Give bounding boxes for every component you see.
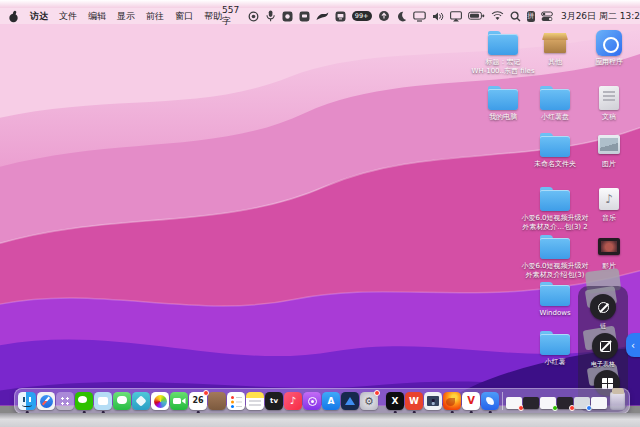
dock: 26tv♪A⚙XWV xyxy=(14,388,630,414)
desktop-icon-documents[interactable]: 文稿 xyxy=(581,85,637,122)
upload-circle-icon[interactable] xyxy=(378,10,390,22)
dock-app-messages[interactable] xyxy=(113,392,131,410)
app-glyph: ♪ xyxy=(290,396,296,406)
dock-app-calendar[interactable]: 26 xyxy=(189,392,207,410)
search-icon[interactable] xyxy=(510,11,521,22)
desktop-icon-folder-xiaohongshu-pan[interactable]: 小红薯盘 xyxy=(527,85,583,122)
status-area: 557字 99+ 拼 3月26日 周二 13:21 xyxy=(222,5,640,28)
desktop-icon-folder-untitled[interactable]: 未命名文件夹 xyxy=(524,132,586,169)
menu-6[interactable]: 帮助 xyxy=(204,8,222,24)
dock-minimized-window-3[interactable] xyxy=(540,397,556,409)
menu-2[interactable]: 编辑 xyxy=(88,8,106,24)
menu-bar-clock[interactable]: 3月26日 周二 13:21 xyxy=(561,10,640,23)
desktop-icon-box-other[interactable]: 其他 xyxy=(527,30,583,67)
desktop-icon-folder-xiaohongshu[interactable]: 小红薯 xyxy=(527,330,583,367)
dock-app-navy-app[interactable] xyxy=(341,392,359,410)
menu-1[interactable]: 文件 xyxy=(59,8,77,24)
docs-icon xyxy=(598,85,620,111)
dock-app-podcasts[interactable] xyxy=(303,392,321,410)
apple-logo[interactable] xyxy=(8,10,19,23)
dock-app-settings[interactable]: ⚙ xyxy=(360,392,378,410)
dock-app-blue-app[interactable] xyxy=(481,392,499,410)
wifi-icon[interactable] xyxy=(491,11,504,21)
display-icon[interactable] xyxy=(413,11,426,22)
desktop-icon-label: 标题：宏记 WH-100..东西 files xyxy=(471,58,534,76)
spreadsheet-disabled-button[interactable] xyxy=(592,333,618,359)
dock-minimized-window-5[interactable] xyxy=(574,397,590,409)
desktop-icon-music[interactable]: ♪音乐 xyxy=(581,186,637,223)
menu-0[interactable]: 访达 xyxy=(30,8,48,24)
desktop-icon-applications[interactable]: 应用程序 xyxy=(581,30,637,67)
dock-app-red-v[interactable]: V xyxy=(462,392,480,410)
control-center-icon[interactable] xyxy=(541,11,553,22)
app-glyph: X xyxy=(392,397,399,406)
desktop-icon-folder-my-computer[interactable]: 我的电脑 xyxy=(475,85,531,122)
dock-app-notes[interactable] xyxy=(246,392,264,410)
desktop-icon-label: 小红薯 xyxy=(545,358,566,367)
dock-app-meeting[interactable] xyxy=(424,392,442,410)
desktop-icon-label: 我的电脑 xyxy=(489,113,517,122)
dock-app-pale-card[interactable] xyxy=(94,392,112,410)
dock-app-brown-app[interactable] xyxy=(208,392,226,410)
folder-icon xyxy=(540,85,570,111)
bird-app-icon[interactable] xyxy=(316,11,329,21)
bottom-bezel xyxy=(0,413,640,427)
desktop-icon-label: 音乐 xyxy=(602,214,616,223)
tv-app-icon[interactable] xyxy=(335,11,346,22)
dock-app-capcut[interactable]: X xyxy=(386,392,404,410)
menu-3[interactable]: 显示 xyxy=(117,8,135,24)
menu-5[interactable]: 窗口 xyxy=(175,8,193,24)
chevron-left-icon: ‹ xyxy=(631,340,635,351)
dock-app-app-store[interactable]: A xyxy=(322,392,340,410)
dock-minimized-window-4[interactable] xyxy=(557,397,573,409)
folder-icon xyxy=(488,30,518,56)
volume-icon[interactable] xyxy=(432,11,444,22)
dock-app-photos[interactable] xyxy=(151,392,169,410)
folder-icon xyxy=(540,186,570,212)
dock-app-launchpad[interactable] xyxy=(56,392,74,410)
monitor-app-icon[interactable] xyxy=(299,11,310,22)
dock-minimized-window-6[interactable] xyxy=(591,397,607,409)
dock-app-music[interactable]: ♪ xyxy=(284,392,302,410)
music-icon: ♪ xyxy=(598,186,620,212)
dock-app-firefox[interactable] xyxy=(443,392,461,410)
dock-app-finder[interactable] xyxy=(18,392,36,410)
notification-count-badge[interactable]: 99+ xyxy=(352,11,372,21)
desktop-icon-pictures[interactable]: 图片 xyxy=(581,132,637,169)
box-icon xyxy=(542,30,568,56)
dock-app-safari[interactable] xyxy=(37,392,55,410)
desktop-icon-label: 小红薯盘 xyxy=(541,113,569,122)
desktop-icon-label: 其他 xyxy=(548,58,562,67)
app-glyph: ⚙ xyxy=(364,396,374,407)
menu-items: 访达文件编辑显示前往窗口帮助 xyxy=(30,8,222,24)
link-disabled-button[interactable] xyxy=(590,294,616,320)
desktop-icon-folder-windows[interactable]: Windows xyxy=(527,281,583,318)
dock-app-facetime[interactable] xyxy=(170,392,188,410)
edge-collapse-tab[interactable]: ‹ xyxy=(626,333,640,357)
dock-trash[interactable] xyxy=(610,392,625,410)
screen-mirroring-icon[interactable] xyxy=(450,11,462,22)
dock-app-apple-tv[interactable]: tv xyxy=(265,392,283,410)
folder-icon xyxy=(540,234,570,260)
dock-app-teal-app[interactable] xyxy=(132,392,150,410)
dock-minimized-window-2[interactable] xyxy=(523,397,539,409)
app-glyph: A xyxy=(328,397,335,406)
desktop-icon-movies[interactable]: 影片 xyxy=(581,234,637,271)
dock-app-wps[interactable]: W xyxy=(405,392,423,410)
record-icon[interactable] xyxy=(248,11,259,22)
app-glyph: 26 xyxy=(192,397,203,405)
dock-app-reminders[interactable] xyxy=(227,392,245,410)
app-icon xyxy=(596,30,622,56)
screenshot-app-icon[interactable] xyxy=(282,11,293,22)
mic-icon[interactable] xyxy=(265,10,276,22)
dock-minimized-window-1[interactable] xyxy=(506,397,522,409)
desktop-icon-label: 应用程序 xyxy=(595,58,623,67)
desktop-icon-label: 图片 xyxy=(602,160,616,169)
folder-icon xyxy=(540,330,570,356)
desktop-icon-label: 文稿 xyxy=(602,113,616,122)
input-method-icon[interactable]: 拼 xyxy=(527,11,535,22)
menu-4[interactable]: 前往 xyxy=(146,8,164,24)
dock-app-wechat[interactable] xyxy=(75,392,93,410)
focus-moon-icon[interactable] xyxy=(396,11,407,22)
panel-item-label: 电子表格 xyxy=(578,360,628,369)
